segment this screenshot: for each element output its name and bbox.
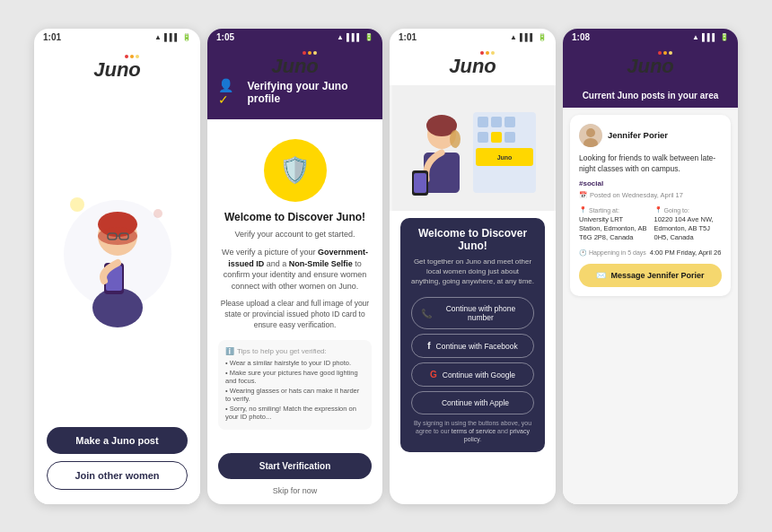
phone-button[interactable]: 📞 Continue with phone number — [411, 297, 534, 329]
wifi-icon-2: ▲ — [337, 33, 344, 41]
calendar-icon: 📅 — [579, 191, 587, 199]
tips-title: ℹ️ Tips to help you get verified: — [225, 347, 364, 355]
tip-2: • Make sure your pictures have good ligh… — [225, 369, 364, 385]
apple-button[interactable]: Continue with Apple — [411, 391, 534, 414]
screen-posts: 1:08 ▲ ▌▌▌ 🔋 Juno Current Juno posts in … — [563, 29, 738, 504]
join-women-button[interactable]: Join other women — [47, 461, 188, 490]
time-1: 1:01 — [43, 32, 61, 42]
post-avatar — [579, 124, 602, 147]
tip-1: • Wear a similar hairstyle to your ID ph… — [225, 359, 364, 367]
svg-rect-15 — [491, 117, 502, 127]
tip-3: • Wearing glasses or hats can make it ha… — [225, 387, 364, 403]
avatar-svg — [579, 124, 602, 147]
clock-icon: 🕐 — [579, 249, 587, 257]
verify-body-1: We verify a picture of your Government-i… — [218, 247, 372, 292]
facebook-button[interactable]: f Continue with Facebook — [411, 334, 534, 358]
svg-rect-18 — [491, 132, 502, 143]
screen-home: 1:01 ▲ ▌▌▌ 🔋 Juno — [34, 29, 200, 504]
logo-wrapper-2: Juno — [271, 51, 319, 78]
screen-2-header: Juno 👤✓ Verifying your Juno profile — [207, 46, 382, 119]
going-value: 10220 104 Ave NW, Edmonton, AB T5J 0H5, … — [654, 215, 723, 241]
verify-subtitle: Verify your account to get started. — [218, 229, 372, 240]
verify-header-text: Verifying your Juno profile — [247, 80, 372, 105]
logo-text-1: Juno — [93, 58, 141, 82]
starting-value: University LRT Station, Edmonton, AB T6G… — [579, 215, 647, 241]
happening-time: 4:00 PM Friday, April 26 — [650, 249, 721, 257]
battery-icon: 🔋 — [182, 33, 191, 41]
logo-text-3: Juno — [449, 55, 496, 78]
location-icon-start: 📍 — [579, 206, 587, 214]
logo-wrapper-4: Juno — [627, 51, 674, 78]
svg-rect-16 — [504, 117, 515, 127]
starting-col: 📍 Starting at: University LRT Station, E… — [579, 206, 647, 241]
screen-3-header: Juno — [390, 46, 556, 85]
message-button[interactable]: ✉️ Message Jennifer Porier — [579, 264, 722, 287]
facebook-icon: f — [427, 341, 430, 351]
status-bar-2: 1:05 ▲ ▌▌▌ 🔋 — [207, 29, 382, 46]
svg-point-10 — [70, 197, 84, 212]
post-tag: #social — [579, 179, 722, 188]
status-bar-3: 1:01 ▲ ▌▌▌ 🔋 — [390, 29, 556, 46]
screen-2-footer: Start Verification Skip for now — [207, 444, 382, 504]
dark-overlay-box: Welcome to Discover Juno! Get together o… — [400, 218, 545, 453]
status-icons-3: ▲ ▌▌▌ 🔋 — [510, 33, 547, 41]
going-col: 📍 Going to: 10220 104 Ave NW, Edmonton, … — [654, 206, 723, 241]
battery-icon-3: 🔋 — [538, 33, 547, 41]
tos-text: By signing in using the buttons above, y… — [411, 419, 534, 443]
verify-title: Welcome to Discover Juno! — [218, 211, 372, 223]
svg-rect-27 — [414, 173, 426, 193]
logo-wrapper-1: Juno — [93, 55, 141, 82]
info-icon: ℹ️ — [225, 347, 234, 355]
screen-1-body: Juno — [34, 46, 200, 504]
verify-icon: 👤✓ — [218, 78, 241, 107]
svg-rect-14 — [478, 117, 488, 127]
status-bar-4: 1:08 ▲ ▌▌▌ 🔋 — [563, 29, 738, 46]
screenshots-container: 1:01 ▲ ▌▌▌ 🔋 Juno — [0, 0, 772, 532]
bottom-buttons-1: Make a Juno post Join other women — [47, 427, 188, 490]
status-icons-4: ▲ ▌▌▌ 🔋 — [692, 33, 729, 41]
post-username: Jennifer Porier — [608, 130, 668, 140]
svg-text:Juno: Juno — [496, 154, 512, 161]
battery-icon-4: 🔋 — [720, 33, 729, 41]
send-icon: ✉️ — [596, 271, 606, 280]
post-user-row: Jennifer Porier — [579, 124, 722, 147]
posts-title-bar: Current Juno posts in your area — [563, 85, 738, 108]
svg-point-24 — [450, 130, 461, 148]
post-date: 📅 Posted on Wednesday, April 17 — [579, 191, 722, 199]
shield-icon: 🛡️ — [264, 139, 327, 202]
welcome-title: Welcome to Discover Juno! — [411, 227, 534, 252]
signal-icon-3: ▌▌▌ — [520, 33, 535, 41]
girl-svg-3: Juno — [392, 85, 554, 211]
illustration-3: Juno — [390, 85, 556, 211]
time-3: 1:01 — [399, 32, 417, 42]
post-time-row: 🕐 Happening in 5 days 4:00 PM Friday, Ap… — [579, 249, 722, 257]
status-bar-1: 1:01 ▲ ▌▌▌ 🔋 — [34, 29, 200, 46]
time-2: 1:05 — [216, 32, 234, 42]
skip-link[interactable]: Skip for now — [273, 486, 318, 495]
posts-title: Current Juno posts in your area — [572, 91, 729, 100]
going-label: 📍 Going to: — [654, 206, 723, 214]
logo-text-4: Juno — [627, 55, 674, 78]
happening-label: 🕐 Happening in 5 days — [579, 249, 646, 257]
svg-point-29 — [586, 128, 595, 137]
google-button[interactable]: G Continue with Google — [411, 362, 534, 387]
starting-label: 📍 Starting at: — [579, 206, 647, 214]
screen-3-body: Juno Welcome to Discover Juno! Get toget… — [390, 85, 556, 504]
location-icon-end: 📍 — [654, 206, 662, 214]
yellow-circle-area: 🛡️ — [218, 139, 372, 202]
status-icons-1: ▲ ▌▌▌ 🔋 — [154, 33, 191, 41]
start-verification-button[interactable]: Start Verification — [218, 453, 372, 479]
make-post-button[interactable]: Make a Juno post — [47, 427, 188, 454]
wifi-icon: ▲ — [154, 33, 162, 41]
svg-point-11 — [154, 209, 162, 218]
screen-2-body: 🛡️ Welcome to Discover Juno! Verify your… — [207, 119, 382, 444]
screen-4-header: Juno — [563, 46, 738, 85]
verify-header: 👤✓ Verifying your Juno profile — [218, 78, 372, 107]
post-details: 📍 Starting at: University LRT Station, E… — [579, 206, 722, 241]
tos-link[interactable]: terms of service — [452, 428, 496, 434]
wifi-icon-4: ▲ — [692, 33, 699, 41]
signal-icon-2: ▌▌▌ — [347, 33, 362, 41]
welcome-desc: Get together on Juno and meet other loca… — [411, 257, 534, 287]
screen-4-body: Current Juno posts in your area Jennifer… — [563, 85, 738, 504]
signal-icon: ▌▌▌ — [164, 33, 180, 41]
